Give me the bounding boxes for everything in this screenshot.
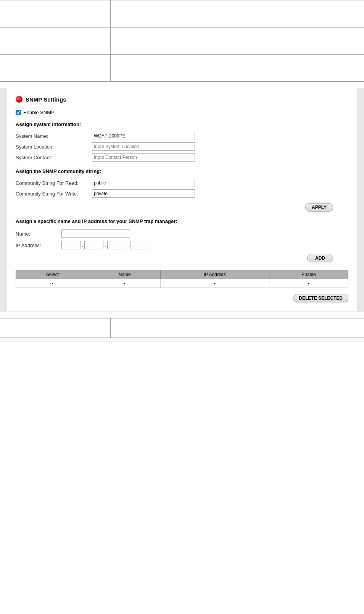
- community-read-label: Community String For Read:: [16, 180, 92, 186]
- top-table-cell-right-3: [111, 55, 364, 81]
- snmp-panel: SNMP Settings Enable SNMP Assign system …: [6, 88, 358, 312]
- top-table-cell-right-1: [111, 0, 364, 27]
- community-write-label: Community String For Write:: [16, 191, 92, 197]
- bottom-table-row: [0, 318, 364, 338]
- add-button[interactable]: ADD: [307, 254, 333, 262]
- system-name-input[interactable]: [92, 132, 195, 140]
- table-col-select: Select: [16, 270, 89, 279]
- community-read-row: Community String For Read:: [16, 179, 348, 187]
- table-cell-enable: -: [269, 279, 348, 288]
- system-location-label: System Location:: [16, 144, 92, 150]
- ip-octet-4[interactable]: [130, 241, 149, 249]
- system-contact-row: System Contact:: [16, 153, 348, 162]
- table-header-row: Select Name IP Address Enable: [16, 270, 348, 279]
- system-location-row: System Location:: [16, 142, 348, 151]
- red-orb-icon: [16, 96, 23, 103]
- ip-dot-1: .: [82, 242, 83, 248]
- ip-inputs: . . .: [61, 241, 149, 249]
- table-col-ip: IP Address: [160, 270, 269, 279]
- trap-name-label: Name:: [16, 231, 61, 237]
- bottom-table-cell-left: [0, 318, 111, 338]
- trap-section-label: Assign a specific name and IP address fo…: [16, 218, 348, 224]
- snmp-table: Select Name IP Address Enable - - - -: [16, 270, 348, 288]
- table-col-name: Name: [89, 270, 160, 279]
- top-table-row-3: [0, 55, 364, 81]
- delete-row: DELETE SELECTED: [16, 294, 348, 302]
- system-location-input[interactable]: [92, 142, 195, 151]
- trap-ip-row: IP Address: . . .: [16, 241, 348, 249]
- panel-title: SNMP Settings: [16, 96, 348, 103]
- community-section-label: Assign the SNMP community string:: [16, 168, 348, 174]
- community-read-input[interactable]: [92, 179, 195, 187]
- bottom-table: [0, 318, 364, 338]
- table-col-enable: Enable: [269, 270, 348, 279]
- apply-row: APPLY: [16, 203, 348, 212]
- main-content: SNMP Settings Enable SNMP Assign system …: [0, 88, 364, 312]
- enable-snmp-row: Enable SNMP: [16, 110, 348, 115]
- ip-dot-3: .: [127, 242, 129, 248]
- system-name-row: System Name:: [16, 132, 348, 140]
- table-cell-select: -: [16, 279, 89, 288]
- system-contact-input[interactable]: [92, 153, 195, 162]
- bottom-table-cell-right: [111, 318, 364, 338]
- ip-octet-3[interactable]: [107, 241, 126, 249]
- enable-snmp-checkbox[interactable]: [16, 110, 21, 115]
- delete-selected-button[interactable]: DELETE SELECTED: [293, 294, 348, 302]
- top-table: [0, 0, 364, 82]
- ip-octet-1[interactable]: [61, 241, 81, 249]
- top-table-cell-left-3: [0, 55, 111, 81]
- ip-dot-2: .: [105, 242, 106, 248]
- table-cell-name: -: [89, 279, 160, 288]
- community-write-input[interactable]: [92, 189, 195, 198]
- system-contact-label: System Contact:: [16, 155, 92, 160]
- system-name-label: System Name:: [16, 133, 92, 139]
- ip-octet-2[interactable]: [84, 241, 103, 249]
- top-table-row-1: [0, 0, 364, 27]
- panel-title-text: SNMP Settings: [26, 96, 66, 103]
- trap-ip-label: IP Address:: [16, 242, 61, 248]
- bottom-divider: [0, 341, 364, 341]
- table-row: - - - -: [16, 279, 348, 288]
- apply-button[interactable]: APPLY: [305, 203, 333, 212]
- top-table-cell-left-1: [0, 0, 111, 27]
- assign-system-label: Assign system information:: [16, 121, 348, 127]
- enable-snmp-label[interactable]: Enable SNMP: [23, 110, 55, 115]
- top-table-row-2: [0, 27, 364, 55]
- add-row: ADD: [16, 254, 348, 262]
- trap-name-row: Name:: [16, 229, 348, 238]
- trap-name-input[interactable]: [61, 229, 130, 238]
- top-table-cell-left-2: [0, 27, 111, 54]
- top-table-cell-right-2: [111, 27, 364, 54]
- community-write-row: Community String For Write:: [16, 189, 348, 198]
- table-cell-ip: -: [160, 279, 269, 288]
